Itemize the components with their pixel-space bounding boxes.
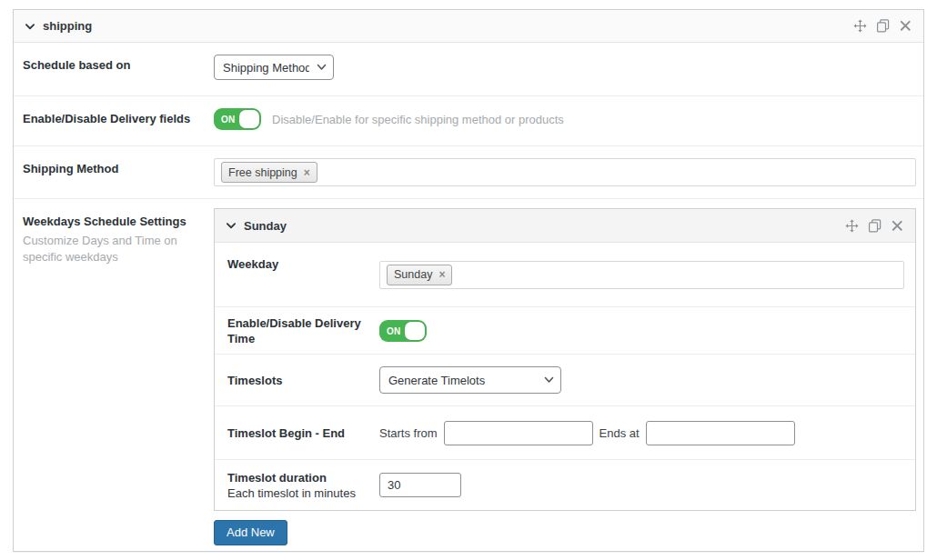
sunday-panel-title: Sunday [244, 219, 287, 233]
starts-from-input[interactable] [444, 421, 593, 445]
weekdays-label: Weekdays Schedule Settings [23, 215, 205, 228]
timeslots-label: Timeslots [227, 374, 370, 389]
page: shipping Schedule based on Shipping Meth… [0, 0, 937, 560]
timeslots-label-col: Timeslots [215, 355, 379, 405]
shipping-method-label-col: Shipping Method [14, 146, 214, 198]
delivery-time-toggle[interactable]: ON [379, 320, 427, 342]
shipping-panel-header[interactable]: shipping [14, 10, 923, 43]
row-enable-delivery-time: Enable/Disable Delivery Time ON [215, 307, 915, 355]
row-timeslots: Timeslots Generate Timelots [215, 355, 915, 406]
begin-end-value-col: Starts from Ends at [379, 406, 904, 459]
row-shipping-method: Shipping Method Free shipping × [14, 146, 923, 199]
duplicate-icon[interactable] [868, 219, 882, 233]
duration-description: Each timeslot in minutes [227, 486, 370, 500]
starts-from-label: Starts from [379, 426, 438, 440]
move-icon[interactable] [845, 219, 859, 233]
chip-label: Sunday [394, 268, 432, 281]
sunday-panel-header[interactable]: Sunday [215, 209, 915, 243]
row-weekdays-settings: Weekdays Schedule Settings Customize Day… [14, 199, 923, 551]
ends-at-label: Ends at [599, 426, 640, 440]
weekdays-value-col: Sunday Weekday [214, 199, 916, 545]
timeslots-value-col: Generate Timelots [379, 355, 904, 405]
schedule-based-on-value-col: Shipping Method [214, 43, 916, 95]
weekday-label-col: Weekday [215, 243, 379, 306]
row-enable-delivery-fields: Enable/Disable Delivery fields ON Disabl… [14, 96, 923, 146]
sunday-group-panel: Sunday Weekday [214, 208, 916, 511]
row-timeslot-begin-end: Timeslot Begin - End Starts from Ends at [215, 406, 915, 460]
enable-fields-label-col: Enable/Disable Delivery fields [14, 96, 214, 145]
chip-remove-icon[interactable]: × [438, 268, 445, 281]
toggle-knob [405, 322, 425, 340]
shipping-method-label: Shipping Method [23, 162, 205, 175]
chip-remove-icon[interactable]: × [304, 166, 310, 179]
chip-label: Free shipping [228, 166, 297, 179]
delivery-time-value-col: ON [379, 307, 904, 354]
shipping-group-panel: shipping Schedule based on Shipping Meth… [13, 9, 924, 552]
schedule-based-on-select[interactable]: Shipping Method [214, 55, 334, 80]
shipping-method-chip: Free shipping × [221, 162, 317, 183]
close-icon[interactable] [899, 19, 912, 33]
toggle-on-label: ON [221, 115, 236, 125]
collapse-chevron-icon[interactable] [25, 21, 35, 32]
duration-label-col: Timeslot duration Each timeslot in minut… [215, 460, 379, 510]
enable-fields-label: Enable/Disable Delivery fields [23, 112, 205, 125]
enable-fields-description: Disable/Enable for specific shipping met… [272, 113, 564, 126]
sunday-header-actions [845, 219, 904, 233]
begin-end-label: Timeslot Begin - End [227, 426, 370, 442]
row-schedule-based-on: Schedule based on Shipping Method [14, 43, 923, 96]
enable-fields-value-col: ON Disable/Enable for specific shipping … [214, 96, 916, 145]
panel-header-actions [853, 19, 912, 33]
duration-label: Timeslot duration [227, 471, 370, 486]
weekday-value-col: Sunday × [379, 243, 904, 306]
weekday-chip: Sunday × [387, 265, 452, 285]
timeslots-select[interactable]: Generate Timelots [379, 366, 561, 394]
panel-title: shipping [43, 19, 92, 33]
shipping-method-tag-input[interactable]: Free shipping × [214, 158, 916, 186]
toggle-on-label: ON [387, 325, 401, 335]
row-weekday: Weekday Sunday × [215, 243, 915, 307]
schedule-based-on-label-col: Schedule based on [14, 43, 214, 95]
close-icon[interactable] [891, 219, 904, 233]
duration-value-col [379, 460, 904, 510]
weekdays-label-col: Weekdays Schedule Settings Customize Day… [14, 199, 214, 545]
schedule-based-on-label: Schedule based on [23, 58, 205, 72]
shipping-method-value-col: Free shipping × [214, 146, 916, 198]
weekday-tag-input[interactable]: Sunday × [379, 261, 904, 289]
move-icon[interactable] [853, 19, 867, 33]
duplicate-icon[interactable] [876, 19, 890, 33]
begin-end-label-col: Timeslot Begin - End [215, 406, 379, 459]
weekdays-description: Customize Days and Time on specific week… [23, 233, 205, 265]
collapse-chevron-icon[interactable] [226, 220, 237, 231]
enable-fields-toggle[interactable]: ON [214, 108, 261, 130]
toggle-knob [239, 110, 259, 128]
ends-at-input[interactable] [646, 421, 795, 445]
delivery-time-label-col: Enable/Disable Delivery Time [215, 307, 379, 354]
weekday-label: Weekday [227, 257, 370, 273]
delivery-time-label: Enable/Disable Delivery Time [227, 316, 370, 347]
duration-input[interactable] [379, 473, 461, 497]
add-new-button[interactable]: Add New [214, 520, 287, 545]
row-timeslot-duration: Timeslot duration Each timeslot in minut… [215, 460, 915, 510]
